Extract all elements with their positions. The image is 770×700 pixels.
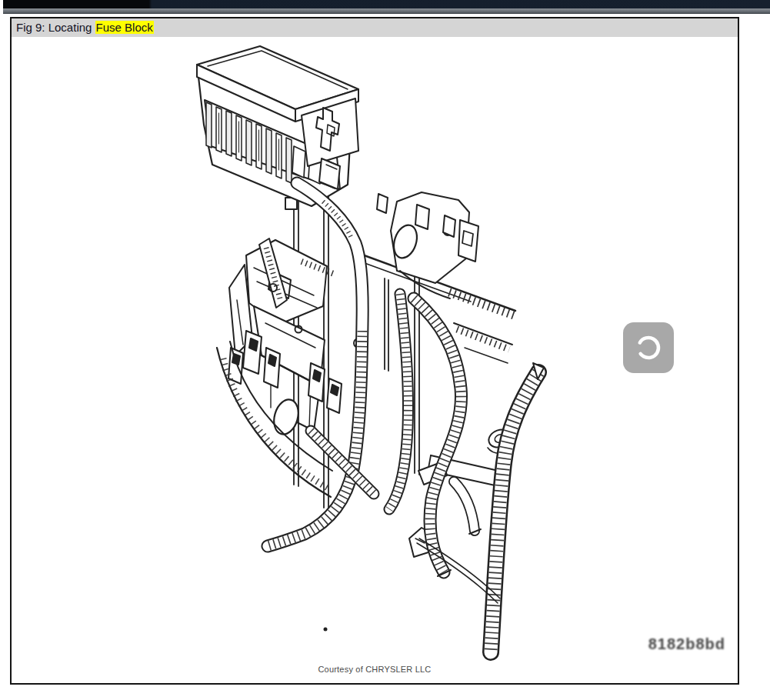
browser-toolbar-strip [3,8,770,14]
figure-title-highlight: Fuse Block [95,21,154,34]
refresh-spinner-icon [632,331,665,365]
page: { "browser": { "top_bar_left_color": "#0… [0,0,770,700]
courtesy-text: Courtesy of CHRYSLER LLC [12,665,738,674]
browser-top-bar [3,0,770,8]
refresh-button[interactable] [623,322,674,373]
figure-title-bar: Fig 9: Locating Fuse Block [12,18,738,37]
figure-id-watermark: 8182b8bd [648,635,725,653]
figure-title-text: Fig 9: Locating [16,21,95,34]
